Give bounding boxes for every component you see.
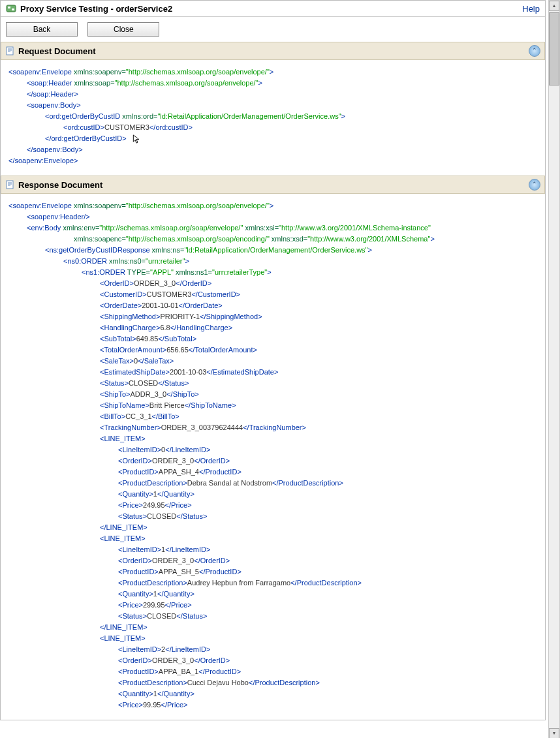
line-item-field-orderid: <OrderID>ORDER_3_0</OrderID>: [8, 455, 537, 467]
main-panel: Proxy Service Testing - orderService2 He…: [0, 0, 546, 720]
order-field-handlingcharge: <HandlingCharge>6.8</HandlingCharge>: [8, 322, 537, 333]
order-field-orderdate: <OrderDate>2001-10-01</OrderDate>: [8, 300, 537, 311]
order-field-subtotal: <SubTotal>649.85</SubTotal>: [8, 333, 537, 345]
mouse-cursor-icon: [132, 134, 140, 144]
line-item-field-lineitemid: <LineItemID>2</LineItemID>: [8, 644, 537, 655]
line-item-field-orderid: <OrderID>ORDER_3_0</OrderID>: [8, 555, 537, 566]
svg-rect-4: [7, 181, 13, 189]
line-item-field-price: <Price>249.95</Price>: [8, 500, 537, 511]
line-item-field-price: <Price>299.95</Price>: [8, 600, 537, 611]
line-item-field-price: <Price>99.95</Price>: [8, 700, 537, 711]
help-link[interactable]: Help: [522, 4, 540, 14]
proxy-service-icon: [6, 3, 16, 14]
order-field-shippingmethod: <ShippingMethod>PRIORITY-1</ShippingMeth…: [8, 311, 537, 322]
order-field-customerid: <CustomerID>CUSTOMER3</CustomerID>: [8, 289, 537, 300]
line-item-close: </LINE_ITEM>: [8, 622, 537, 633]
line-item-field-productdescription: <ProductDescription>Cucci Dejavu Hobo</P…: [8, 677, 537, 688]
line-item-close: </LINE_ITEM>: [8, 522, 537, 533]
request-xml-body: <soapenv:Envelope xmlns:soapenv="http://…: [1, 60, 545, 176]
line-item-field-productid: <ProductID>APPA_SH_5</ProductID>: [8, 566, 537, 577]
line-item-field-productid: <ProductID>APPA_BA_1</ProductID>: [8, 666, 537, 677]
order-field-trackingnumber: <TrackingNumber>ORDER_3_00379624444</Tra…: [8, 422, 537, 433]
document-icon: [5, 46, 14, 55]
title-bar: Proxy Service Testing - orderService2 He…: [1, 1, 545, 17]
line-item-field-quantity: <Quantity>1</Quantity>: [8, 489, 537, 500]
order-field-shipto: <ShipTo>ADDR_3_0</ShipTo>: [8, 389, 537, 400]
order-field-status: <Status>CLOSED</Status>: [8, 378, 537, 389]
order-field-shiptoname: <ShipToName>Britt Pierce</ShipToName>: [8, 400, 537, 411]
page-title: Proxy Service Testing - orderService2: [20, 4, 522, 14]
order-field-billto: <BillTo>CC_3_1</BillTo>: [8, 411, 537, 422]
collapse-icon[interactable]: ⌃: [529, 45, 540, 57]
line-item-field-productdescription: <ProductDescription>Audrey Hepbun from F…: [8, 577, 537, 589]
line-item-field-status: <Status>CLOSED</Status>: [8, 511, 537, 522]
line-item-field-quantity: <Quantity>1</Quantity>: [8, 688, 537, 700]
close-button[interactable]: Close: [87, 22, 159, 37]
line-item-field-productdescription: <ProductDescription>Debra Sandal at Nods…: [8, 478, 537, 489]
collapse-icon[interactable]: ⌃: [529, 179, 540, 191]
order-field-totalorderamount: <TotalOrderAmount>656.65</TotalOrderAmou…: [8, 345, 537, 356]
button-bar: Back Close: [1, 17, 545, 42]
line-item-field-status: <Status>CLOSED</Status>: [8, 611, 537, 622]
svg-rect-3: [7, 47, 13, 55]
request-section-title: Request Document: [18, 46, 529, 56]
svg-rect-1: [8, 7, 10, 8]
scroll-thumb[interactable]: [549, 12, 559, 85]
response-section-title: Response Document: [18, 180, 529, 190]
order-field-saletax: <SaleTax>0</SaleTax>: [8, 356, 537, 367]
response-xml-body: <soapenv:Envelope xmlns:soapenv="http://…: [1, 194, 545, 720]
line-item-open: <LINE_ITEM>: [8, 633, 537, 644]
order-field-orderid: <OrderID>ORDER_3_0</OrderID>: [8, 278, 537, 289]
response-section-header: Response Document ⌃: [1, 176, 545, 194]
line-item-field-lineitemid: <LineItemID>1</LineItemID>: [8, 544, 537, 555]
order-field-estimatedshipdate: <EstimatedShipDate>2001-10-03</Estimated…: [8, 367, 537, 378]
line-item-field-orderid: <OrderID>ORDER_3_0</OrderID>: [8, 655, 537, 666]
line-item-open: <LINE_ITEM>: [8, 533, 537, 544]
scroll-up-arrow-icon[interactable]: ▴: [549, 1, 559, 11]
line-item-field-quantity: <Quantity>1</Quantity>: [8, 589, 537, 600]
line-item-field-lineitemid: <LineItemID>0</LineItemID>: [8, 444, 537, 455]
line-item-field-productid: <ProductID>APPA_SH_4</ProductID>: [8, 467, 537, 478]
document-icon: [5, 180, 14, 189]
svg-rect-2: [12, 8, 14, 10]
window-scrollbar[interactable]: ▴ ▾: [548, 0, 560, 720]
request-section-header: Request Document ⌃: [1, 42, 545, 60]
line-item-open: <LINE_ITEM>: [8, 433, 537, 444]
back-button[interactable]: Back: [6, 22, 78, 37]
